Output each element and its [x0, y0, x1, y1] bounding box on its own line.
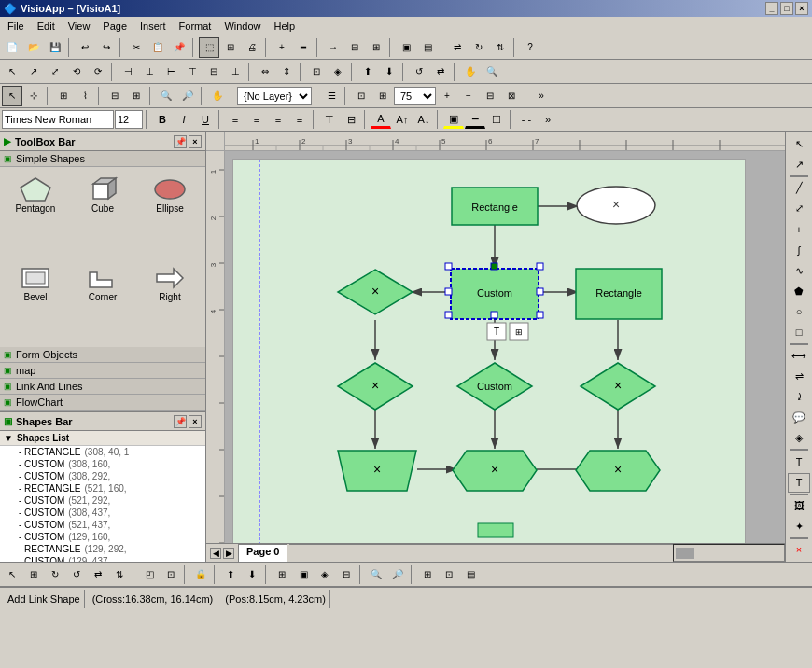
rt-poly-btn[interactable]: ⬟ [788, 282, 810, 301]
menu-view[interactable]: View [63, 20, 96, 33]
subselect-tool[interactable]: ⊹ [23, 86, 44, 106]
align-bottom-btn[interactable]: ⊥ [225, 62, 245, 82]
zoom-dropdown[interactable]: 75 [394, 87, 436, 105]
bt-2[interactable]: ⊞ [23, 564, 44, 585]
grid-btn[interactable]: ⊞ [366, 37, 386, 58]
menu-window[interactable]: Window [218, 20, 266, 33]
toolbox-header-btns[interactable]: 📌 × [174, 135, 202, 148]
shapes-bar-close-btn[interactable]: × [189, 415, 202, 428]
bt-18[interactable]: ⊞ [417, 564, 438, 585]
open-btn[interactable]: 📂 [23, 37, 44, 58]
layer-mgr-btn[interactable]: ☰ [321, 86, 342, 106]
bold-btn[interactable]: B [152, 110, 173, 129]
list-item[interactable]: - CUSTOM (521, 437, [0, 519, 205, 531]
rt-close-btn[interactable]: × [788, 540, 810, 560]
font-shrink-btn[interactable]: A↓ [413, 110, 434, 129]
toolbox-close-btn[interactable]: × [189, 135, 202, 148]
list-item[interactable]: - RECTANGLE (129, 292, [0, 543, 205, 555]
maximize-btn[interactable]: □ [780, 2, 793, 15]
align-left-btn[interactable]: ⊣ [118, 62, 138, 82]
category-link-lines[interactable]: ▣ Link And Lines [0, 379, 205, 395]
rt-line-btn[interactable]: ╱ [788, 178, 810, 198]
fill-color-btn[interactable]: ▣ [443, 110, 464, 129]
font-color-btn[interactable]: A [371, 110, 391, 129]
menu-help[interactable]: Help [269, 20, 301, 33]
rt-curve-btn[interactable]: ∫ [788, 240, 810, 259]
page-break-btn[interactable]: ⊟ [105, 86, 125, 106]
paste-btn[interactable]: 📌 [169, 37, 189, 58]
send-back-btn[interactable]: ⬇ [379, 62, 399, 82]
rotate-btn[interactable]: ↻ [469, 37, 489, 58]
undo-btn[interactable]: ↩ [75, 37, 95, 58]
font-grow-btn[interactable]: A↑ [392, 110, 413, 129]
rt-connect-btn[interactable]: ⟷ [788, 346, 810, 366]
bt-1[interactable]: ↖ [2, 564, 22, 585]
redo-btn[interactable]: ↪ [96, 37, 117, 58]
pan-btn[interactable]: ✋ [460, 62, 481, 82]
cut-btn[interactable]: ✂ [126, 37, 147, 58]
dist-h-btn[interactable]: ⇔ [255, 62, 275, 82]
snap-btn[interactable]: ⊞ [53, 86, 74, 106]
bt-8[interactable]: ⊡ [161, 564, 181, 585]
list-item[interactable]: - CUSTOM (308, 292, [0, 470, 205, 482]
bt-9[interactable]: 🔒 [190, 564, 211, 585]
bt-12[interactable]: ⊞ [272, 564, 292, 585]
align-center-btn[interactable]: ⊥ [139, 62, 160, 82]
group-btn[interactable]: ▣ [396, 37, 416, 58]
bring-front-btn[interactable]: ⬆ [357, 62, 378, 82]
italic-btn[interactable]: I [174, 110, 194, 129]
list-item[interactable]: - CUSTOM (521, 292, [0, 494, 205, 507]
category-map[interactable]: ▣ map [0, 363, 205, 379]
scroll-left-btn[interactable]: ◀ [210, 548, 221, 559]
shape-corner[interactable]: Corner [71, 259, 134, 344]
bt-17[interactable]: 🔎 [387, 564, 408, 585]
shape-ellipse[interactable]: Ellipse [138, 171, 202, 256]
pan-zoom-btn[interactable]: ✋ [207, 86, 228, 106]
more-fmt-btn[interactable]: » [538, 110, 558, 129]
rotate2-btn[interactable]: ↺ [409, 62, 429, 82]
ungroup-btn[interactable]: ▤ [417, 37, 438, 58]
size-btn[interactable]: ⊡ [306, 62, 327, 82]
rt-shape-btn[interactable]: ◈ [788, 428, 810, 448]
line-btn[interactable]: ━ [293, 37, 314, 58]
shapes-bar-btns[interactable]: 📌 × [174, 415, 202, 428]
bt-10[interactable]: ⬆ [220, 564, 241, 585]
align-justify-fmt[interactable]: ≡ [289, 110, 310, 129]
bt-7[interactable]: ◰ [139, 564, 160, 585]
align-left-fmt[interactable]: ≡ [225, 110, 245, 129]
rt-select2-btn[interactable]: ↗ [788, 155, 810, 174]
shape-ops-btn[interactable]: ◈ [328, 62, 348, 82]
list-item[interactable]: - RECTANGLE (521, 160, [0, 482, 205, 494]
bt-19[interactable]: ⊡ [439, 564, 459, 585]
close-btn[interactable]: × [795, 2, 808, 15]
rt-stamp-btn[interactable]: ✦ [788, 517, 810, 536]
title-controls[interactable]: _ □ × [765, 2, 808, 15]
bt-15[interactable]: ⊟ [336, 564, 357, 585]
h-scrollbar[interactable] [673, 544, 785, 562]
bt-11[interactable]: ⬇ [242, 564, 262, 585]
shape-right[interactable]: Right [138, 259, 202, 344]
valign-mid-fmt[interactable]: ⊟ [341, 110, 361, 129]
bt-4[interactable]: ↺ [66, 564, 87, 585]
category-flowchart[interactable]: ▣ FlowChart [0, 395, 205, 411]
category-form-objects[interactable]: ▣ Form Objects [0, 347, 205, 363]
toolbox-pin-btn[interactable]: 📌 [174, 135, 187, 148]
zoom-out2-btn[interactable]: − [458, 86, 479, 106]
page-tab-0[interactable]: Page 0 [238, 544, 287, 562]
select-btn[interactable]: ⬚ [199, 37, 219, 58]
shape-pentagon[interactable]: Pentagon [4, 171, 67, 256]
rt-ellipse-btn[interactable]: ○ [788, 302, 810, 322]
tb2-5[interactable]: ⟳ [88, 62, 108, 82]
zoom-page-btn[interactable]: ⊞ [372, 86, 393, 106]
dist-v-btn[interactable]: ⇕ [276, 62, 297, 82]
glue-btn[interactable]: ⌇ [75, 86, 95, 106]
mirror-btn[interactable]: ⇄ [430, 62, 451, 82]
zoom-out-btn[interactable]: 🔍 [156, 86, 176, 106]
more-btn[interactable]: » [531, 86, 552, 106]
zoom-in2-btn[interactable]: + [437, 86, 457, 106]
align-right-btn[interactable]: ⊢ [161, 62, 181, 82]
bt-13[interactable]: ▣ [293, 564, 314, 585]
scroll-right-btn[interactable]: ▶ [223, 548, 234, 559]
copy-btn[interactable]: 📋 [147, 37, 168, 58]
canvas-scroll[interactable]: Rectangle × × Custom [225, 151, 785, 543]
